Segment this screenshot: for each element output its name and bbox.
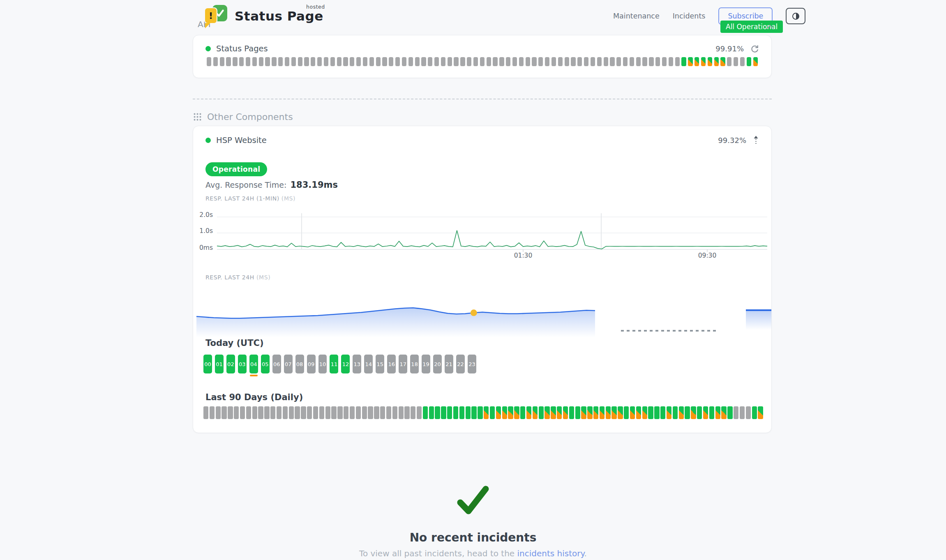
hour-block[interactable]: 04 [249,355,258,373]
uptime-bar[interactable] [246,57,250,66]
uptime-bar[interactable] [616,57,621,66]
uptime-bar[interactable] [681,57,686,66]
day-block[interactable] [490,406,495,419]
day-block[interactable] [350,406,355,419]
day-block[interactable] [673,406,678,419]
uptime-bar[interactable] [584,57,588,66]
uptime-bar[interactable] [695,57,699,66]
day-block[interactable] [203,406,208,419]
uptime-bar[interactable] [642,57,647,66]
day-block[interactable] [331,406,336,419]
uptime-bar[interactable] [747,57,751,66]
day-block[interactable] [496,406,501,419]
day-block[interactable] [471,406,476,419]
uptime-bar[interactable] [740,57,745,66]
highlight-marker-dot[interactable] [471,309,477,316]
hour-block[interactable]: 01 [215,355,224,373]
hour-block[interactable]: 13 [353,355,361,373]
day-block[interactable] [283,406,288,419]
day-block[interactable] [417,406,422,419]
day-block[interactable] [240,406,245,419]
theme-toggle-button[interactable] [786,8,805,24]
uptime-bar[interactable] [467,57,471,66]
uptime-bar[interactable] [610,57,614,66]
uptime-bar[interactable] [688,57,692,66]
day-block[interactable] [362,406,367,419]
day-block[interactable] [411,406,415,419]
day-block[interactable] [399,406,404,419]
day-block[interactable] [508,406,513,419]
uptime-bar[interactable] [298,57,302,66]
day-block[interactable] [715,406,720,419]
hour-block[interactable]: 21 [445,355,453,373]
uptime-bar[interactable] [577,57,582,66]
uptime-bar[interactable] [460,57,465,66]
hour-block[interactable]: 15 [376,355,384,373]
uptime-bar[interactable] [551,57,556,66]
uptime-bar[interactable] [597,57,602,66]
day-block[interactable] [642,406,647,419]
uptime-bar[interactable] [538,57,543,66]
hour-block[interactable]: 09 [307,355,316,373]
uptime-bar[interactable] [220,57,224,66]
day-block[interactable] [319,406,324,419]
hour-block[interactable]: 03 [238,355,247,373]
day-block[interactable] [368,406,373,419]
day-block[interactable] [447,406,452,419]
uptime-bar[interactable] [649,57,653,66]
day-block[interactable] [721,406,726,419]
uptime-bar[interactable] [330,57,335,66]
uptime-bar[interactable] [382,57,387,66]
day-block[interactable] [697,406,702,419]
day-block[interactable] [611,406,616,419]
day-block[interactable] [514,406,519,419]
uptime-bar[interactable] [623,57,628,66]
uptime-bar[interactable] [304,57,309,66]
uptime-bar[interactable] [337,57,341,66]
uptime-bar[interactable] [519,57,524,66]
day-block[interactable] [392,406,397,419]
day-block[interactable] [606,406,611,419]
incidents-history-link[interactable]: incidents history [517,548,584,558]
uptime-bar[interactable] [369,57,374,66]
day-block[interactable] [246,406,251,419]
day-block[interactable] [709,406,714,419]
day-block[interactable] [337,406,342,419]
uptime-bar[interactable] [434,57,439,66]
uptime-bar[interactable] [487,57,491,66]
day-block[interactable] [618,406,623,419]
day-block[interactable] [258,406,263,419]
uptime-bar[interactable] [473,57,478,66]
day-block[interactable] [380,406,385,419]
day-block[interactable] [307,406,312,419]
day-block[interactable] [551,406,556,419]
uptime-bar[interactable] [545,57,549,66]
day-block[interactable] [691,406,696,419]
uptime-bar[interactable] [421,57,426,66]
day-block[interactable] [356,406,361,419]
app-logo[interactable]: ! Status Page hosted [204,5,323,27]
day-block[interactable] [313,406,318,419]
uptime-bar[interactable] [324,57,328,66]
hour-block[interactable]: 23 [468,355,476,373]
uptime-bar[interactable] [441,57,445,66]
day-block[interactable] [740,406,745,419]
hour-block[interactable]: 10 [318,355,327,373]
uptime-bar[interactable] [720,57,725,66]
hour-block[interactable]: 18 [410,355,419,373]
uptime-bar[interactable] [363,57,367,66]
day-block[interactable] [404,406,409,419]
day-block[interactable] [630,406,635,419]
uptime-bar[interactable] [389,57,393,66]
uptime-bar[interactable] [708,57,712,66]
uptime-bar[interactable] [753,57,758,66]
day-block[interactable] [533,406,538,419]
response-time-area-chart[interactable] [196,302,595,337]
day-block[interactable] [466,406,471,419]
uptime-bar[interactable] [454,57,458,66]
hour-block[interactable]: 16 [387,355,396,373]
day-block[interactable] [563,406,568,419]
day-block[interactable] [216,406,221,419]
day-block[interactable] [679,406,684,419]
day-block[interactable] [270,406,275,419]
